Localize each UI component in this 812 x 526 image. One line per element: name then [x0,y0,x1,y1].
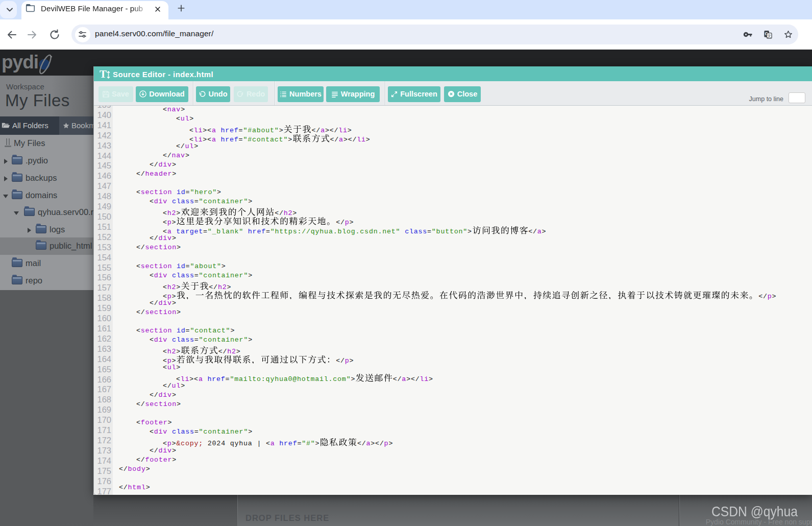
svg-text:文: 文 [767,34,771,38]
